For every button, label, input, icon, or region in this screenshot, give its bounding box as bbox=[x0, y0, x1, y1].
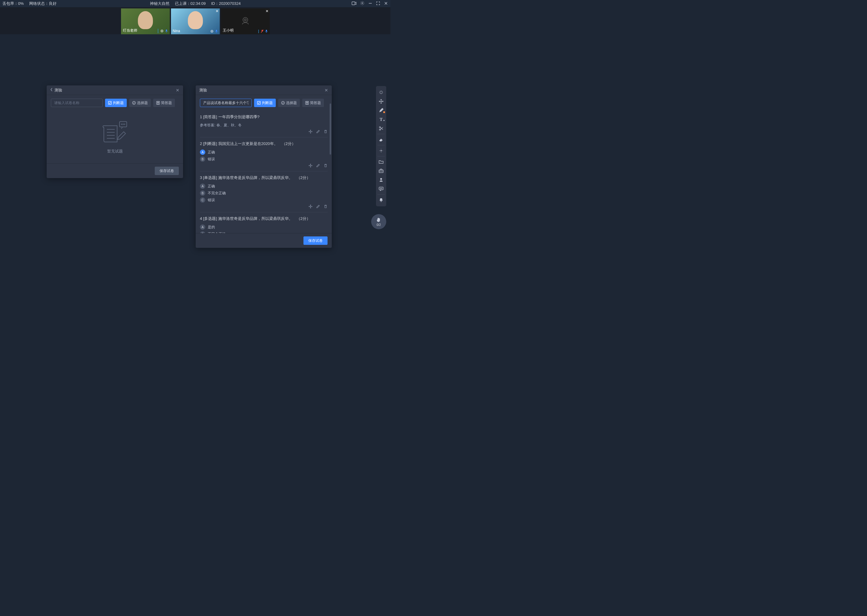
camera-icon bbox=[160, 29, 164, 33]
video-tile-student[interactable]: ✕ 王小明 bbox=[221, 8, 270, 34]
svg-point-25 bbox=[123, 124, 123, 124]
record-icon[interactable] bbox=[352, 1, 356, 6]
question-item: 1 [简答题] 一年四季分别是哪四季?参考答案: 春、夏、秋、冬 bbox=[200, 111, 328, 137]
quiz-modal-filled: 测验 ✕ 判断题 选择题 T 简答题 1 [简答题] 一年四季分别是哪四季?参考… bbox=[195, 85, 332, 248]
svg-point-24 bbox=[121, 124, 122, 124]
svg-point-14 bbox=[244, 19, 246, 21]
person-tool-icon[interactable] bbox=[376, 175, 386, 184]
delete-icon[interactable] bbox=[324, 204, 328, 209]
question-item: 4 [多选题] 施华洛世奇是反华品牌，所以梁鼎琪反华。 （2分）A是的B不完全正… bbox=[200, 212, 328, 233]
close-icon[interactable]: ✕ bbox=[325, 88, 328, 93]
video-name: 王小明 bbox=[223, 28, 233, 33]
option-letter: A bbox=[200, 225, 205, 230]
save-quiz-button[interactable]: 保存试卷 bbox=[303, 236, 328, 245]
fullscreen-icon[interactable] bbox=[376, 1, 380, 6]
back-icon[interactable] bbox=[50, 88, 53, 92]
quiz-name-input[interactable] bbox=[51, 99, 102, 107]
delete-icon[interactable] bbox=[324, 163, 328, 168]
delete-icon[interactable] bbox=[324, 130, 328, 134]
video-name: Nina bbox=[173, 29, 180, 33]
option-letter: C bbox=[200, 197, 205, 203]
question-list: 1 [简答题] 一年四季分别是哪四季?参考答案: 春、夏、秋、冬 2 [判断题]… bbox=[195, 111, 332, 233]
modal-title: 测验 bbox=[55, 88, 62, 93]
move-icon[interactable] bbox=[309, 204, 312, 209]
scissors-tool-icon[interactable] bbox=[376, 124, 386, 133]
modal-title: 测验 bbox=[199, 88, 207, 93]
move-icon[interactable] bbox=[309, 163, 312, 168]
edit-icon[interactable] bbox=[316, 204, 320, 209]
raise-hand-badge[interactable]: 0/2 bbox=[371, 214, 386, 229]
choice-button[interactable]: 选择题 bbox=[129, 99, 151, 107]
svg-rect-19 bbox=[109, 101, 111, 104]
empty-text: 暂无试题 bbox=[107, 149, 123, 154]
chat-tool-icon[interactable] bbox=[376, 184, 386, 193]
toolbox-tool-icon[interactable] bbox=[376, 167, 386, 175]
svg-point-26 bbox=[125, 124, 125, 124]
svg-point-37 bbox=[380, 150, 382, 151]
move-tool-icon[interactable] bbox=[376, 97, 386, 106]
svg-point-36 bbox=[379, 129, 380, 130]
elapsed-time: 已上课：02:34:09 bbox=[175, 1, 206, 6]
app-header: 丢包率：0% 网络状态：良好 神秘大自然 已上课：02:34:09 ID：202… bbox=[0, 0, 391, 7]
option-label: 错误 bbox=[208, 198, 215, 203]
question-item: 3 [单选题] 施华洛世奇是反华品牌，所以梁鼎琪反华。 （2分）A正确B不完全正… bbox=[200, 171, 328, 212]
question-actions bbox=[200, 130, 328, 134]
camera-off-icon bbox=[239, 15, 251, 27]
svg-point-10 bbox=[211, 31, 212, 32]
text-tool-icon[interactable]: T bbox=[376, 115, 386, 124]
minimize-icon[interactable] bbox=[368, 1, 372, 6]
svg-rect-0 bbox=[352, 2, 355, 5]
course-title: 神秘大自然 bbox=[150, 1, 169, 6]
short-answer-button[interactable]: T 简答题 bbox=[153, 99, 175, 107]
mic-icon bbox=[265, 30, 268, 33]
reference-answer: 参考答案: 春、夏、秋、冬 bbox=[200, 123, 328, 128]
question-title: 4 [多选题] 施华洛世奇是反华品牌，所以梁鼎琪反华。 （2分） bbox=[200, 216, 328, 222]
folder-tool-icon[interactable] bbox=[376, 157, 386, 167]
bell-tool-icon[interactable] bbox=[376, 195, 386, 204]
option-row[interactable]: A正确 bbox=[200, 184, 328, 189]
save-quiz-button[interactable]: 保存试卷 bbox=[155, 167, 179, 175]
cursor-tool-icon[interactable] bbox=[376, 88, 386, 97]
video-tile-teacher[interactable]: 叮当老师 bbox=[121, 8, 170, 34]
choice-button[interactable]: 选择题 bbox=[278, 99, 300, 107]
camera-icon bbox=[210, 30, 214, 33]
svg-point-9 bbox=[211, 30, 213, 33]
option-row[interactable]: B错误 bbox=[200, 156, 328, 162]
hand-count: 0/2 bbox=[377, 223, 381, 226]
option-row[interactable]: C错误 bbox=[200, 197, 328, 203]
edit-icon[interactable] bbox=[316, 130, 320, 134]
option-row[interactable]: B不完全正确 bbox=[200, 190, 328, 196]
video-tile-student[interactable]: ✕ Nina bbox=[171, 8, 220, 34]
question-title: 1 [简答题] 一年四季分别是哪四季? bbox=[200, 114, 328, 120]
edit-icon[interactable] bbox=[316, 163, 320, 168]
packet-loss: 丢包率：0% bbox=[2, 1, 24, 6]
close-icon[interactable] bbox=[384, 1, 388, 6]
short-answer-button[interactable]: T 简答题 bbox=[302, 99, 324, 107]
svg-point-49 bbox=[381, 201, 382, 202]
brightness-tool-icon[interactable] bbox=[376, 146, 386, 155]
move-icon[interactable] bbox=[309, 130, 312, 134]
option-letter: B bbox=[200, 156, 205, 162]
video-close-icon[interactable]: ✕ bbox=[265, 9, 268, 13]
pen-tool-icon[interactable] bbox=[376, 106, 386, 115]
mic-icon bbox=[165, 29, 168, 33]
option-label: 不完全正确 bbox=[208, 191, 226, 196]
question-actions bbox=[200, 163, 328, 168]
mic-muted-icon bbox=[261, 30, 264, 33]
quiz-name-input[interactable] bbox=[200, 99, 252, 107]
svg-text:T: T bbox=[306, 102, 308, 104]
true-false-button[interactable]: 判断题 bbox=[105, 99, 127, 107]
scrollbar[interactable] bbox=[329, 111, 331, 155]
svg-rect-31 bbox=[257, 101, 260, 104]
option-row[interactable]: A是的 bbox=[200, 225, 328, 230]
option-row[interactable]: A正确 bbox=[200, 149, 328, 155]
true-false-button[interactable]: 判断题 bbox=[254, 99, 276, 107]
svg-rect-7 bbox=[166, 30, 167, 31]
svg-point-1 bbox=[362, 3, 363, 4]
svg-rect-11 bbox=[216, 30, 217, 31]
settings-icon[interactable] bbox=[360, 1, 364, 6]
eraser-tool-icon[interactable] bbox=[376, 135, 386, 144]
video-strip: 叮当老师 ✕ Nina ✕ 王小明 bbox=[0, 7, 391, 34]
close-icon[interactable]: ✕ bbox=[176, 88, 180, 93]
video-close-icon[interactable]: ✕ bbox=[216, 9, 219, 13]
